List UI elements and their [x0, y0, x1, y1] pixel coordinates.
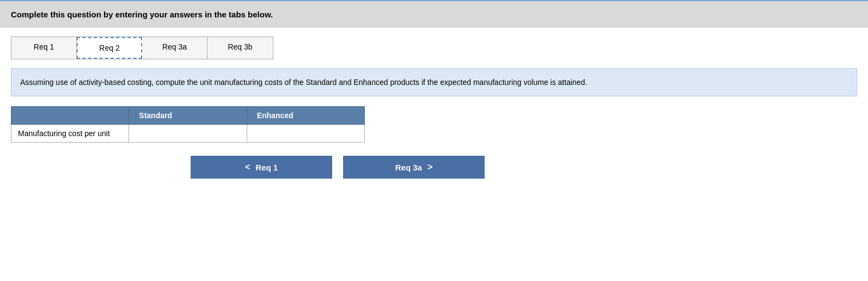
tab-req1[interactable]: Req 1 — [11, 37, 77, 59]
instruction-text: Complete this question by entering your … — [11, 10, 273, 19]
description-text: Assuming use of activity-based costing, … — [20, 78, 587, 87]
main-content: Req 1 Req 2 Req 3a Req 3b Assuming use o… — [0, 28, 868, 187]
standard-input[interactable] — [136, 129, 240, 138]
nav-buttons: < Req 1 Req 3a > — [191, 156, 857, 179]
standard-input-cell[interactable] — [129, 125, 247, 143]
header-standard: Standard — [129, 107, 247, 125]
row-label: Manufacturing cost per unit — [11, 125, 129, 143]
header-enhanced: Enhanced — [247, 107, 364, 125]
enhanced-input[interactable] — [254, 129, 358, 138]
prev-chevron: < — [245, 162, 250, 172]
table-row: Manufacturing cost per unit — [11, 125, 365, 143]
next-chevron: > — [427, 162, 432, 172]
tab-req2[interactable]: Req 2 — [77, 37, 142, 59]
tab-req3a[interactable]: Req 3a — [142, 37, 207, 59]
cost-table: Standard Enhanced Manufacturing cost per… — [11, 106, 365, 143]
tab-req3b[interactable]: Req 3b — [207, 37, 273, 59]
prev-label: Req 1 — [255, 163, 278, 172]
top-bar: Complete this question by entering your … — [0, 0, 868, 28]
header-empty — [11, 107, 129, 125]
tabs-container: Req 1 Req 2 Req 3a Req 3b — [11, 36, 273, 59]
prev-button[interactable]: < Req 1 — [191, 156, 332, 179]
next-button[interactable]: Req 3a > — [343, 156, 485, 179]
enhanced-input-cell[interactable] — [247, 125, 364, 143]
next-label: Req 3a — [395, 163, 422, 172]
description-box: Assuming use of activity-based costing, … — [11, 68, 857, 96]
